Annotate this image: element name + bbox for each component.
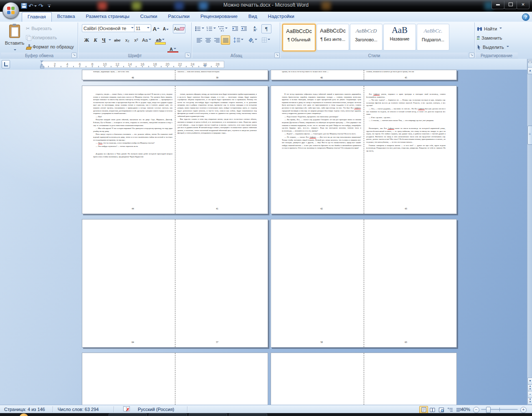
document-sheet[interactable]: поющие, шуршащие жуки, — вот и все они. … bbox=[82, 70, 268, 80]
tab-page-layout[interactable]: Разметка страницы bbox=[81, 13, 135, 22]
tab-references[interactable]: Ссылки bbox=[135, 13, 163, 22]
tab-insert[interactable]: Вставка bbox=[52, 13, 81, 22]
vertical-scrollbar[interactable]: ▲ ▼ ▲▲ • ▼▼ bbox=[527, 59, 532, 405]
page-text[interactable]: Лео Ауфман умолк, подошел к краю тротуар… bbox=[366, 93, 446, 203]
style-normal[interactable]: АаBbCcDc ¶ Обычный bbox=[282, 24, 316, 51]
font-dialog-launcher[interactable]: ↘ bbox=[185, 53, 190, 58]
scroll-down-button[interactable]: ▼ bbox=[527, 378, 532, 385]
paste-dropdown[interactable] bbox=[14, 49, 16, 52]
show-formatting-button[interactable]: ¶ bbox=[261, 24, 271, 33]
scroll-thumb[interactable] bbox=[527, 126, 532, 145]
tab-view[interactable]: Вид bbox=[243, 13, 263, 22]
style-subtitle[interactable]: АаBbCc. Подзагол... bbox=[417, 24, 449, 50]
taskbar-button[interactable] bbox=[149, 413, 187, 416]
taskbar-button[interactable] bbox=[229, 413, 267, 416]
redo-button[interactable]: ↷ bbox=[38, 2, 43, 9]
strikethrough-button[interactable]: abc bbox=[112, 35, 123, 45]
undo-dropdown[interactable] bbox=[34, 5, 37, 8]
taskbar-button[interactable] bbox=[189, 413, 227, 416]
line-spacing-button[interactable] bbox=[232, 35, 245, 45]
help-button[interactable]: ? bbox=[522, 13, 529, 21]
document-sheet[interactable] bbox=[82, 353, 268, 405]
first-line-indent-marker[interactable] bbox=[40, 61, 43, 63]
shrink-font-button[interactable]: А bbox=[161, 24, 170, 33]
undo-button[interactable]: ↶ bbox=[28, 2, 37, 9]
hanging-indent-marker[interactable] bbox=[40, 63, 43, 66]
tab-review[interactable]: Рецензирование bbox=[195, 13, 243, 22]
zoom-slider-thumb[interactable] bbox=[486, 407, 491, 413]
document-sheet[interactable]: старость, смерть — может быть, с этим мо… bbox=[82, 86, 268, 214]
language-indicator[interactable]: Русский (Россия) bbox=[134, 405, 177, 413]
tab-home[interactable]: Главная bbox=[22, 12, 52, 22]
font-color-dropdown[interactable] bbox=[174, 48, 176, 50]
style-title[interactable]: АаВ Название bbox=[383, 24, 416, 50]
font-size-combo[interactable]: 11 bbox=[134, 24, 151, 32]
decrease-indent-button[interactable] bbox=[231, 24, 240, 33]
document-sheet[interactable]: однако, ни за весь тот вечер никто не ме… bbox=[271, 70, 457, 80]
increase-indent-button[interactable] bbox=[239, 24, 248, 33]
italic-button[interactable]: К bbox=[91, 35, 100, 45]
grow-font-button[interactable]: А bbox=[151, 24, 161, 33]
paragraph-dialog-launcher[interactable]: ↘ bbox=[274, 53, 280, 58]
proofing-errors-icon[interactable]: ✗ bbox=[123, 406, 129, 412]
save-button[interactable] bbox=[21, 2, 27, 9]
copy-button[interactable]: Копировать bbox=[26, 33, 57, 42]
page-text[interactable]: ночью, одеваясь обрядом, всюду, до сконч… bbox=[177, 93, 257, 203]
document-workspace[interactable]: поющие, шуршащие жуки, — вот и все они. … bbox=[0, 70, 527, 405]
outline-view-button[interactable] bbox=[446, 406, 454, 413]
page-text[interactable]: В тот вечер мужчины собрались перед таба… bbox=[282, 93, 361, 203]
left-indent-marker[interactable] bbox=[40, 66, 44, 68]
tab-addins[interactable]: Надстройки bbox=[263, 13, 300, 22]
tab-mailings[interactable]: Рассылки bbox=[162, 13, 195, 22]
replace-button[interactable]: abac Заменить bbox=[477, 34, 502, 42]
align-right-button[interactable] bbox=[212, 35, 221, 45]
align-center-button[interactable] bbox=[203, 35, 213, 45]
fullscreen-reading-view-button[interactable] bbox=[428, 406, 437, 413]
styles-dialog-launcher[interactable]: ↘ bbox=[469, 53, 474, 58]
restore-button[interactable] bbox=[504, 1, 517, 9]
underline-dropdown[interactable] bbox=[109, 39, 111, 42]
zoom-slider-track[interactable] bbox=[481, 409, 518, 410]
document-sheet[interactable]: В тот вечер мужчины собрались перед таба… bbox=[271, 86, 457, 214]
select-button[interactable]: Выделить bbox=[477, 43, 509, 51]
view-ruler-toggle-button[interactable] bbox=[527, 59, 532, 68]
previous-page-button[interactable]: ▲▲ bbox=[527, 384, 532, 391]
style-heading1[interactable]: АаBbCcD Заголово... bbox=[350, 24, 383, 50]
cut-button[interactable]: ✂ Вырезать bbox=[26, 24, 52, 33]
multilevel-list-button[interactable] bbox=[218, 24, 228, 33]
borders-button[interactable] bbox=[260, 35, 272, 45]
web-layout-view-button[interactable] bbox=[437, 406, 446, 413]
office-button[interactable] bbox=[3, 2, 19, 19]
sort-button[interactable]: АЯ ↓ bbox=[251, 24, 261, 33]
word-count[interactable]: Число слов: 63 294 bbox=[54, 405, 102, 413]
bold-button[interactable]: Ж bbox=[82, 35, 91, 45]
underline-button[interactable]: Ч bbox=[99, 35, 108, 45]
paste-button[interactable]: Вставить bbox=[4, 23, 25, 53]
align-left-button[interactable] bbox=[195, 35, 204, 45]
minimize-button[interactable] bbox=[491, 1, 504, 9]
format-painter-button[interactable]: Формат по образцу bbox=[26, 43, 74, 51]
right-indent-marker[interactable] bbox=[203, 64, 207, 66]
bullets-button[interactable] bbox=[195, 24, 205, 33]
zoom-level[interactable]: 40% bbox=[459, 405, 472, 413]
zoom-in-button[interactable]: + bbox=[520, 407, 527, 413]
shading-button[interactable] bbox=[246, 35, 259, 45]
customize-qat-button[interactable]: —▾ bbox=[47, 3, 52, 8]
scroll-up-button[interactable]: ▲ bbox=[527, 67, 532, 74]
document-sheet[interactable]: 58 63 bbox=[271, 219, 457, 348]
numbering-button[interactable] bbox=[206, 24, 216, 33]
clear-formatting-button[interactable]: Аа bbox=[173, 24, 185, 33]
page-indicator[interactable]: Страница: 4 из 146 bbox=[1, 405, 48, 413]
next-page-button[interactable]: ▼▼ bbox=[527, 398, 532, 405]
superscript-button[interactable]: x² bbox=[132, 35, 141, 45]
taskbar-app-icon[interactable] bbox=[19, 413, 28, 416]
highlight-button[interactable]: ab bbox=[155, 35, 166, 45]
style-no-spacing[interactable]: АаBbCcDc ¶ Без инте... bbox=[317, 24, 349, 50]
change-case-button[interactable]: Аа bbox=[141, 35, 152, 45]
font-name-combo[interactable]: Calibri (Основной те bbox=[82, 24, 135, 32]
windows-taskbar[interactable] bbox=[0, 413, 532, 416]
taskbar-button[interactable] bbox=[109, 413, 147, 416]
find-button[interactable]: Найти bbox=[477, 25, 502, 33]
highlight-dropdown[interactable] bbox=[162, 39, 165, 41]
document-sheet[interactable] bbox=[271, 353, 457, 405]
